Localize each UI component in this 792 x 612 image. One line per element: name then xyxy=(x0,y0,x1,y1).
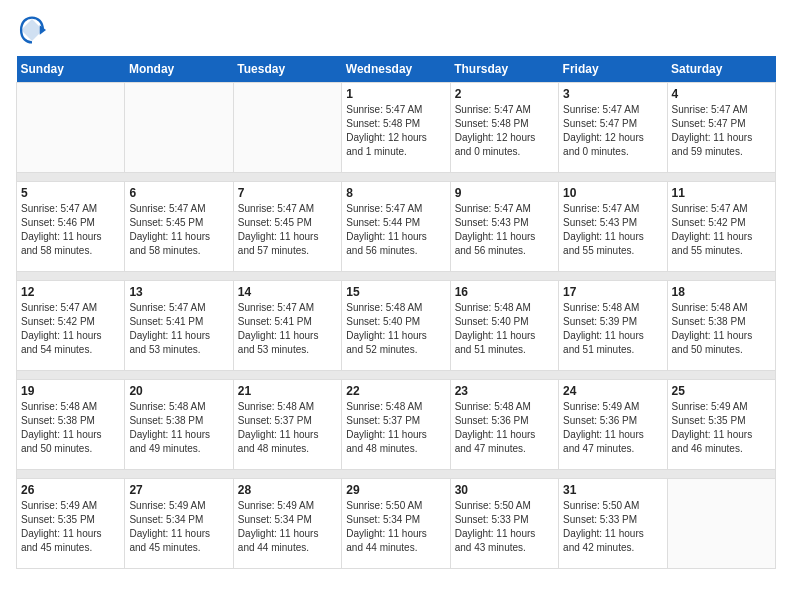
calendar-cell: 3Sunrise: 5:47 AM Sunset: 5:47 PM Daylig… xyxy=(559,83,667,173)
day-number: 28 xyxy=(238,483,337,497)
day-info: Sunrise: 5:47 AM Sunset: 5:48 PM Dayligh… xyxy=(455,103,554,159)
calendar-cell xyxy=(667,479,775,569)
day-number: 27 xyxy=(129,483,228,497)
day-number: 30 xyxy=(455,483,554,497)
week-separator xyxy=(17,470,776,479)
day-number: 16 xyxy=(455,285,554,299)
day-info: Sunrise: 5:49 AM Sunset: 5:34 PM Dayligh… xyxy=(238,499,337,555)
day-number: 25 xyxy=(672,384,771,398)
day-info: Sunrise: 5:47 AM Sunset: 5:47 PM Dayligh… xyxy=(563,103,662,159)
column-header-friday: Friday xyxy=(559,56,667,83)
day-info: Sunrise: 5:48 AM Sunset: 5:37 PM Dayligh… xyxy=(346,400,445,456)
day-info: Sunrise: 5:48 AM Sunset: 5:38 PM Dayligh… xyxy=(672,301,771,357)
day-number: 3 xyxy=(563,87,662,101)
day-info: Sunrise: 5:47 AM Sunset: 5:42 PM Dayligh… xyxy=(21,301,120,357)
calendar-cell: 30Sunrise: 5:50 AM Sunset: 5:33 PM Dayli… xyxy=(450,479,558,569)
day-info: Sunrise: 5:49 AM Sunset: 5:34 PM Dayligh… xyxy=(129,499,228,555)
calendar-cell: 1Sunrise: 5:47 AM Sunset: 5:48 PM Daylig… xyxy=(342,83,450,173)
day-number: 4 xyxy=(672,87,771,101)
day-number: 9 xyxy=(455,186,554,200)
column-header-sunday: Sunday xyxy=(17,56,125,83)
calendar-cell xyxy=(125,83,233,173)
day-number: 10 xyxy=(563,186,662,200)
day-number: 26 xyxy=(21,483,120,497)
day-info: Sunrise: 5:49 AM Sunset: 5:35 PM Dayligh… xyxy=(672,400,771,456)
day-info: Sunrise: 5:47 AM Sunset: 5:42 PM Dayligh… xyxy=(672,202,771,258)
day-info: Sunrise: 5:49 AM Sunset: 5:36 PM Dayligh… xyxy=(563,400,662,456)
day-number: 12 xyxy=(21,285,120,299)
week-row-5: 26Sunrise: 5:49 AM Sunset: 5:35 PM Dayli… xyxy=(17,479,776,569)
calendar-cell: 23Sunrise: 5:48 AM Sunset: 5:36 PM Dayli… xyxy=(450,380,558,470)
calendar-cell: 24Sunrise: 5:49 AM Sunset: 5:36 PM Dayli… xyxy=(559,380,667,470)
day-number: 31 xyxy=(563,483,662,497)
calendar-cell: 31Sunrise: 5:50 AM Sunset: 5:33 PM Dayli… xyxy=(559,479,667,569)
day-number: 18 xyxy=(672,285,771,299)
day-info: Sunrise: 5:47 AM Sunset: 5:45 PM Dayligh… xyxy=(238,202,337,258)
logo xyxy=(16,16,46,48)
calendar-cell: 29Sunrise: 5:50 AM Sunset: 5:34 PM Dayli… xyxy=(342,479,450,569)
day-number: 23 xyxy=(455,384,554,398)
calendar-cell: 11Sunrise: 5:47 AM Sunset: 5:42 PM Dayli… xyxy=(667,182,775,272)
day-number: 15 xyxy=(346,285,445,299)
calendar-cell: 2Sunrise: 5:47 AM Sunset: 5:48 PM Daylig… xyxy=(450,83,558,173)
week-row-1: 1Sunrise: 5:47 AM Sunset: 5:48 PM Daylig… xyxy=(17,83,776,173)
day-info: Sunrise: 5:50 AM Sunset: 5:33 PM Dayligh… xyxy=(563,499,662,555)
calendar-cell: 18Sunrise: 5:48 AM Sunset: 5:38 PM Dayli… xyxy=(667,281,775,371)
column-header-saturday: Saturday xyxy=(667,56,775,83)
day-info: Sunrise: 5:48 AM Sunset: 5:38 PM Dayligh… xyxy=(21,400,120,456)
day-info: Sunrise: 5:50 AM Sunset: 5:34 PM Dayligh… xyxy=(346,499,445,555)
day-number: 24 xyxy=(563,384,662,398)
calendar-cell: 10Sunrise: 5:47 AM Sunset: 5:43 PM Dayli… xyxy=(559,182,667,272)
day-info: Sunrise: 5:47 AM Sunset: 5:41 PM Dayligh… xyxy=(129,301,228,357)
day-number: 14 xyxy=(238,285,337,299)
day-info: Sunrise: 5:48 AM Sunset: 5:37 PM Dayligh… xyxy=(238,400,337,456)
calendar-cell: 28Sunrise: 5:49 AM Sunset: 5:34 PM Dayli… xyxy=(233,479,341,569)
week-row-3: 12Sunrise: 5:47 AM Sunset: 5:42 PM Dayli… xyxy=(17,281,776,371)
day-number: 21 xyxy=(238,384,337,398)
calendar-cell: 4Sunrise: 5:47 AM Sunset: 5:47 PM Daylig… xyxy=(667,83,775,173)
column-header-tuesday: Tuesday xyxy=(233,56,341,83)
calendar-cell: 25Sunrise: 5:49 AM Sunset: 5:35 PM Dayli… xyxy=(667,380,775,470)
day-info: Sunrise: 5:47 AM Sunset: 5:48 PM Dayligh… xyxy=(346,103,445,159)
day-info: Sunrise: 5:50 AM Sunset: 5:33 PM Dayligh… xyxy=(455,499,554,555)
day-number: 5 xyxy=(21,186,120,200)
day-info: Sunrise: 5:49 AM Sunset: 5:35 PM Dayligh… xyxy=(21,499,120,555)
calendar-cell: 21Sunrise: 5:48 AM Sunset: 5:37 PM Dayli… xyxy=(233,380,341,470)
day-info: Sunrise: 5:48 AM Sunset: 5:38 PM Dayligh… xyxy=(129,400,228,456)
day-number: 22 xyxy=(346,384,445,398)
calendar-cell: 16Sunrise: 5:48 AM Sunset: 5:40 PM Dayli… xyxy=(450,281,558,371)
week-separator xyxy=(17,272,776,281)
day-number: 29 xyxy=(346,483,445,497)
logo-icon xyxy=(18,16,46,44)
day-number: 8 xyxy=(346,186,445,200)
calendar-cell: 26Sunrise: 5:49 AM Sunset: 5:35 PM Dayli… xyxy=(17,479,125,569)
day-number: 7 xyxy=(238,186,337,200)
day-number: 20 xyxy=(129,384,228,398)
column-header-wednesday: Wednesday xyxy=(342,56,450,83)
calendar-cell: 12Sunrise: 5:47 AM Sunset: 5:42 PM Dayli… xyxy=(17,281,125,371)
day-number: 6 xyxy=(129,186,228,200)
day-info: Sunrise: 5:47 AM Sunset: 5:44 PM Dayligh… xyxy=(346,202,445,258)
calendar-cell: 7Sunrise: 5:47 AM Sunset: 5:45 PM Daylig… xyxy=(233,182,341,272)
calendar-cell: 15Sunrise: 5:48 AM Sunset: 5:40 PM Dayli… xyxy=(342,281,450,371)
day-info: Sunrise: 5:48 AM Sunset: 5:36 PM Dayligh… xyxy=(455,400,554,456)
calendar-cell: 22Sunrise: 5:48 AM Sunset: 5:37 PM Dayli… xyxy=(342,380,450,470)
calendar-cell xyxy=(233,83,341,173)
calendar-cell: 20Sunrise: 5:48 AM Sunset: 5:38 PM Dayli… xyxy=(125,380,233,470)
calendar-cell: 6Sunrise: 5:47 AM Sunset: 5:45 PM Daylig… xyxy=(125,182,233,272)
day-number: 17 xyxy=(563,285,662,299)
day-info: Sunrise: 5:48 AM Sunset: 5:40 PM Dayligh… xyxy=(346,301,445,357)
day-info: Sunrise: 5:47 AM Sunset: 5:47 PM Dayligh… xyxy=(672,103,771,159)
calendar-cell: 14Sunrise: 5:47 AM Sunset: 5:41 PM Dayli… xyxy=(233,281,341,371)
day-number: 11 xyxy=(672,186,771,200)
calendar-cell: 5Sunrise: 5:47 AM Sunset: 5:46 PM Daylig… xyxy=(17,182,125,272)
calendar-cell: 27Sunrise: 5:49 AM Sunset: 5:34 PM Dayli… xyxy=(125,479,233,569)
calendar-table: SundayMondayTuesdayWednesdayThursdayFrid… xyxy=(16,56,776,569)
day-info: Sunrise: 5:47 AM Sunset: 5:46 PM Dayligh… xyxy=(21,202,120,258)
calendar-cell: 13Sunrise: 5:47 AM Sunset: 5:41 PM Dayli… xyxy=(125,281,233,371)
column-header-thursday: Thursday xyxy=(450,56,558,83)
day-info: Sunrise: 5:47 AM Sunset: 5:41 PM Dayligh… xyxy=(238,301,337,357)
calendar-cell xyxy=(17,83,125,173)
calendar-cell: 19Sunrise: 5:48 AM Sunset: 5:38 PM Dayli… xyxy=(17,380,125,470)
page-header xyxy=(16,16,776,48)
